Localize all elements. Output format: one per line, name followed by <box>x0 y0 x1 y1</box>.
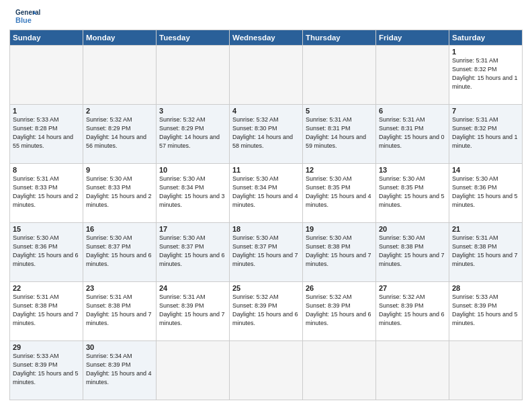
cell-info: Sunrise: 5:30 AMSunset: 8:35 PMDaylight:… <box>379 175 445 208</box>
calendar-cell: 7Sunrise: 5:31 AMSunset: 8:32 PMDaylight… <box>449 105 523 164</box>
calendar-cell: 3Sunrise: 5:32 AMSunset: 8:29 PMDaylight… <box>157 105 230 164</box>
calendar-cell: 12Sunrise: 5:30 AMSunset: 8:35 PMDayligh… <box>303 164 376 223</box>
calendar-table: SundayMondayTuesdayWednesdayThursdayFrid… <box>9 30 523 400</box>
day-number: 15 <box>13 225 80 233</box>
cell-info: Sunrise: 5:32 AMSunset: 8:39 PMDaylight:… <box>379 293 445 326</box>
calendar-cell: 13Sunrise: 5:30 AMSunset: 8:35 PMDayligh… <box>376 164 449 223</box>
cell-info: Sunrise: 5:30 AMSunset: 8:38 PMDaylight:… <box>306 234 371 267</box>
week-row-1: 1Sunrise: 5:31 AMSunset: 8:32 PMDaylight… <box>10 46 523 105</box>
column-header-wednesday: Wednesday <box>230 30 303 46</box>
day-number: 24 <box>159 284 226 292</box>
day-number: 26 <box>306 284 373 292</box>
header-row: SundayMondayTuesdayWednesdayThursdayFrid… <box>10 30 523 46</box>
svg-text:General: General <box>15 9 40 16</box>
column-header-monday: Monday <box>83 30 157 46</box>
day-number: 22 <box>13 284 80 292</box>
cell-info: Sunrise: 5:31 AMSunset: 8:38 PMDaylight:… <box>452 234 518 267</box>
calendar-cell: 21Sunrise: 5:31 AMSunset: 8:38 PMDayligh… <box>449 223 523 282</box>
calendar-cell: 29Sunrise: 5:33 AMSunset: 8:39 PMDayligh… <box>10 341 83 400</box>
calendar-cell: 6Sunrise: 5:31 AMSunset: 8:31 PMDaylight… <box>376 105 449 164</box>
week-row-2: 1Sunrise: 5:33 AMSunset: 8:28 PMDaylight… <box>10 105 523 164</box>
day-number: 17 <box>159 225 226 233</box>
column-header-thursday: Thursday <box>303 30 376 46</box>
cell-info: Sunrise: 5:33 AMSunset: 8:28 PMDaylight:… <box>13 116 73 149</box>
calendar-cell: 14Sunrise: 5:30 AMSunset: 8:36 PMDayligh… <box>449 164 523 223</box>
day-number: 2 <box>86 107 153 115</box>
column-header-tuesday: Tuesday <box>157 30 230 46</box>
calendar-cell: 18Sunrise: 5:30 AMSunset: 8:37 PMDayligh… <box>230 223 303 282</box>
calendar-cell <box>157 46 230 105</box>
cell-info: Sunrise: 5:30 AMSunset: 8:38 PMDaylight:… <box>379 234 445 267</box>
calendar-cell <box>376 341 449 400</box>
cell-info: Sunrise: 5:30 AMSunset: 8:37 PMDaylight:… <box>232 234 298 267</box>
calendar-cell <box>376 46 449 105</box>
calendar-cell: 8Sunrise: 5:31 AMSunset: 8:33 PMDaylight… <box>10 164 83 223</box>
day-number: 25 <box>232 284 300 292</box>
day-number: 5 <box>306 107 373 115</box>
day-number: 13 <box>379 166 446 174</box>
calendar-cell: 19Sunrise: 5:30 AMSunset: 8:38 PMDayligh… <box>303 223 376 282</box>
calendar-cell: 27Sunrise: 5:32 AMSunset: 8:39 PMDayligh… <box>376 282 449 341</box>
week-row-6: 29Sunrise: 5:33 AMSunset: 8:39 PMDayligh… <box>10 341 523 400</box>
cell-info: Sunrise: 5:30 AMSunset: 8:37 PMDaylight:… <box>159 234 225 267</box>
calendar-cell <box>303 46 376 105</box>
calendar-cell: 26Sunrise: 5:32 AMSunset: 8:39 PMDayligh… <box>303 282 376 341</box>
week-row-5: 22Sunrise: 5:31 AMSunset: 8:38 PMDayligh… <box>10 282 523 341</box>
day-number: 21 <box>452 225 519 233</box>
day-number: 10 <box>159 166 226 174</box>
week-row-3: 8Sunrise: 5:31 AMSunset: 8:33 PMDaylight… <box>10 164 523 223</box>
cell-info: Sunrise: 5:30 AMSunset: 8:37 PMDaylight:… <box>86 234 152 267</box>
calendar-cell: 23Sunrise: 5:31 AMSunset: 8:38 PMDayligh… <box>83 282 157 341</box>
cell-info: Sunrise: 5:30 AMSunset: 8:34 PMDaylight:… <box>159 175 225 208</box>
day-number: 28 <box>452 284 519 292</box>
svg-text:Blue: Blue <box>15 16 32 24</box>
calendar-cell: 25Sunrise: 5:32 AMSunset: 8:39 PMDayligh… <box>230 282 303 341</box>
cell-info: Sunrise: 5:32 AMSunset: 8:30 PMDaylight:… <box>232 116 293 149</box>
calendar-cell: 28Sunrise: 5:33 AMSunset: 8:39 PMDayligh… <box>449 282 523 341</box>
day-number: 4 <box>232 107 300 115</box>
cell-info: Sunrise: 5:30 AMSunset: 8:35 PMDaylight:… <box>306 175 371 208</box>
cell-info: Sunrise: 5:30 AMSunset: 8:36 PMDaylight:… <box>452 175 518 208</box>
day-number: 27 <box>379 284 446 292</box>
day-number: 6 <box>379 107 446 115</box>
calendar-cell: 9Sunrise: 5:30 AMSunset: 8:33 PMDaylight… <box>83 164 157 223</box>
day-number: 7 <box>452 107 519 115</box>
cell-info: Sunrise: 5:31 AMSunset: 8:32 PMDaylight:… <box>452 57 518 90</box>
day-number: 1 <box>13 107 80 115</box>
day-number: 12 <box>306 166 373 174</box>
logo-icon: General Blue <box>9 7 44 26</box>
cell-info: Sunrise: 5:31 AMSunset: 8:33 PMDaylight:… <box>13 175 79 208</box>
cell-info: Sunrise: 5:30 AMSunset: 8:33 PMDaylight:… <box>86 175 152 208</box>
calendar-cell <box>230 46 303 105</box>
cell-info: Sunrise: 5:32 AMSunset: 8:39 PMDaylight:… <box>232 293 298 326</box>
calendar-cell: 4Sunrise: 5:32 AMSunset: 8:30 PMDaylight… <box>230 105 303 164</box>
cell-info: Sunrise: 5:31 AMSunset: 8:31 PMDaylight:… <box>379 116 445 149</box>
calendar-cell: 30Sunrise: 5:34 AMSunset: 8:39 PMDayligh… <box>83 341 157 400</box>
cell-info: Sunrise: 5:31 AMSunset: 8:31 PMDaylight:… <box>306 116 366 149</box>
day-number: 8 <box>13 166 80 174</box>
cell-info: Sunrise: 5:31 AMSunset: 8:38 PMDaylight:… <box>86 293 152 326</box>
calendar-cell: 20Sunrise: 5:30 AMSunset: 8:38 PMDayligh… <box>376 223 449 282</box>
calendar-cell <box>230 341 303 400</box>
calendar-cell: 11Sunrise: 5:30 AMSunset: 8:34 PMDayligh… <box>230 164 303 223</box>
cell-info: Sunrise: 5:34 AMSunset: 8:39 PMDaylight:… <box>86 353 152 385</box>
calendar-cell <box>83 46 157 105</box>
calendar-cell: 22Sunrise: 5:31 AMSunset: 8:38 PMDayligh… <box>10 282 83 341</box>
calendar-cell <box>303 341 376 400</box>
day-number: 3 <box>159 107 226 115</box>
week-row-4: 15Sunrise: 5:30 AMSunset: 8:36 PMDayligh… <box>10 223 523 282</box>
day-number: 30 <box>86 343 153 351</box>
day-number: 14 <box>452 166 519 174</box>
calendar-cell: 1Sunrise: 5:33 AMSunset: 8:28 PMDaylight… <box>10 105 83 164</box>
cell-info: Sunrise: 5:31 AMSunset: 8:32 PMDaylight:… <box>452 116 518 149</box>
column-header-friday: Friday <box>376 30 449 46</box>
cell-info: Sunrise: 5:31 AMSunset: 8:38 PMDaylight:… <box>13 293 79 326</box>
logo: General Blue <box>9 7 44 26</box>
day-number: 23 <box>86 284 153 292</box>
page: General Blue SundayMondayTuesdayWednesda… <box>0 0 532 411</box>
day-number: 20 <box>379 225 446 233</box>
calendar-cell <box>449 341 523 400</box>
cell-info: Sunrise: 5:32 AMSunset: 8:29 PMDaylight:… <box>159 116 220 149</box>
calendar-cell: 5Sunrise: 5:31 AMSunset: 8:31 PMDaylight… <box>303 105 376 164</box>
calendar-cell: 1Sunrise: 5:31 AMSunset: 8:32 PMDaylight… <box>449 46 523 105</box>
